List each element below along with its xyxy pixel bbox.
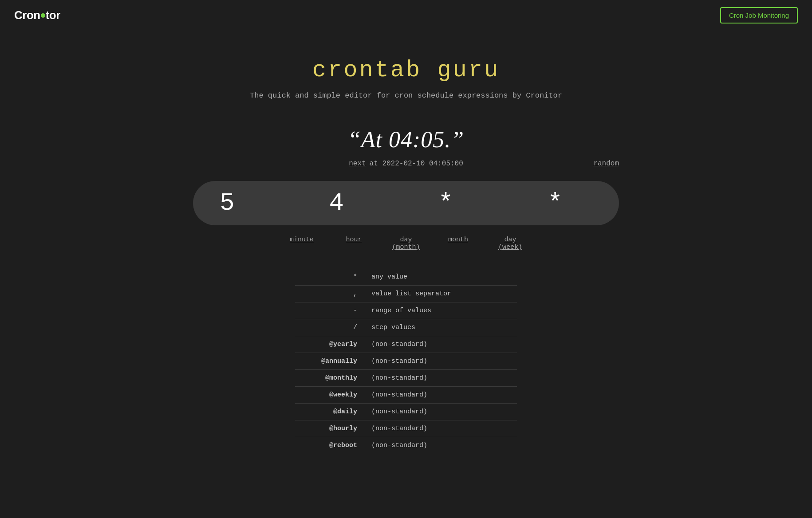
main-content: crontab guru The quick and simple editor… <box>0 31 812 454</box>
ref-desc-step: step values <box>366 319 517 336</box>
field-label-minute-text: minute <box>290 236 314 243</box>
next-line: next at 2022-02-10 04:05:00 random <box>193 160 619 168</box>
ref-desc-hourly: (non-standard) <box>366 420 517 437</box>
reference-table: * any value , value list separator - ran… <box>295 269 517 454</box>
ref-key-yearly: @yearly <box>295 336 366 353</box>
ref-row-weekly: @weekly (non-standard) <box>295 387 517 404</box>
ref-key-monthly: @monthly <box>295 370 366 387</box>
ref-desc-any: any value <box>366 269 517 286</box>
field-label-day-week-text: day <box>504 236 516 243</box>
ref-key-comma: , <box>295 286 366 302</box>
cron-job-monitoring-button[interactable]: Cron Job Monitoring <box>720 7 798 24</box>
logo-dot <box>41 13 45 18</box>
field-label-day-month-sub: (month) <box>392 243 420 251</box>
field-label-month[interactable]: month <box>441 236 476 251</box>
field-label-day-week-sub: (week) <box>498 243 522 251</box>
random-link[interactable]: random <box>593 160 619 168</box>
ref-desc-monthly: (non-standard) <box>366 370 517 387</box>
ref-key-daily: @daily <box>295 404 366 420</box>
field-label-minute[interactable]: minute <box>284 236 319 251</box>
ref-key-range: - <box>295 302 366 319</box>
ref-row-annually: @annually (non-standard) <box>295 353 517 370</box>
next-value: at 2022-02-10 04:05:00 <box>370 160 463 168</box>
field-label-day-month-text: day <box>400 236 412 243</box>
ref-key-annually: @annually <box>295 353 366 370</box>
ref-row-step: / step values <box>295 319 517 336</box>
ref-desc-yearly: (non-standard) <box>366 336 517 353</box>
ref-key-weekly: @weekly <box>295 387 366 404</box>
page-title: crontab guru <box>312 57 500 83</box>
ref-desc-daily: (non-standard) <box>366 404 517 420</box>
header: Crontor Cron Job Monitoring <box>0 0 812 31</box>
field-label-day-week[interactable]: day (week) <box>493 236 528 251</box>
ref-desc-annually: (non-standard) <box>366 353 517 370</box>
ref-key-any: * <box>295 269 366 286</box>
field-label-month-text: month <box>448 236 468 243</box>
field-label-day-month[interactable]: day (month) <box>388 236 424 251</box>
ref-desc-weekly: (non-standard) <box>366 387 517 404</box>
next-link[interactable]: next <box>349 160 366 168</box>
ref-row-list-separator: , value list separator <box>295 286 517 302</box>
ref-row-reboot: @reboot (non-standard) <box>295 437 517 454</box>
logo: Crontor <box>14 8 60 22</box>
ref-row-yearly: @yearly (non-standard) <box>295 336 517 353</box>
expression-description: “At 04:05.” <box>348 126 464 153</box>
ref-desc-reboot: (non-standard) <box>366 437 517 454</box>
ref-row-monthly: @monthly (non-standard) <box>295 370 517 387</box>
ref-desc-range: range of values <box>366 302 517 319</box>
field-label-hour[interactable]: hour <box>336 236 372 251</box>
cron-expression-input[interactable] <box>220 189 592 217</box>
ref-desc-comma: value list separator <box>366 286 517 302</box>
ref-row-daily: @daily (non-standard) <box>295 404 517 420</box>
cron-input-container[interactable] <box>193 181 619 225</box>
logo-text: Crontor <box>14 8 60 22</box>
ref-row-range: - range of values <box>295 302 517 319</box>
ref-key-hourly: @hourly <box>295 420 366 437</box>
ref-row-hourly: @hourly (non-standard) <box>295 420 517 437</box>
ref-key-reboot: @reboot <box>295 437 366 454</box>
subtitle: The quick and simple editor for cron sch… <box>250 91 562 100</box>
field-label-hour-text: hour <box>346 236 362 243</box>
ref-row-any-value: * any value <box>295 269 517 286</box>
ref-key-step: / <box>295 319 366 336</box>
field-labels: minute hour day (month) month day (week) <box>284 236 528 251</box>
